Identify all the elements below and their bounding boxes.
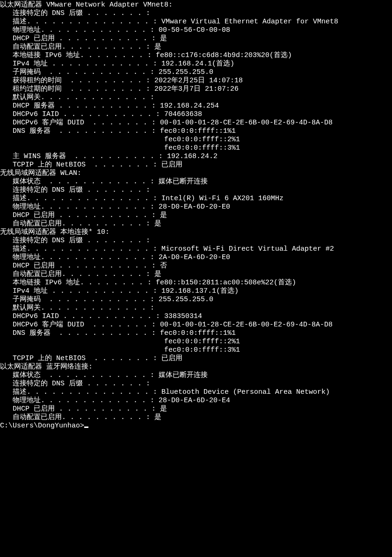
cursor-icon [84,427,88,428]
adapter-row: TCPIP 上的 NetBIOS . . . . . . . : 已启用 [0,354,392,363]
adapter-row: DHCPv6 IAID . . . . . . . . . . . : 7046… [0,110,392,119]
adapter-row: 自动配置已启用. . . . . . . . . . : 是 [0,220,392,228]
adapter-row: DHCP 已启用 . . . . . . . . . . . : 是 [0,35,392,43]
terminal-output[interactable]: 以太网适配器 VMware Network Adapter VMnet8: 连接… [0,0,392,430]
adapter-row: fec0:0:0:ffff::3%1 [0,346,392,354]
command-prompt[interactable]: C:\Users\DongYunhao> [0,422,392,430]
adapter-row: 连接特定的 DNS 后缀 . . . . . . . : [0,237,392,245]
adapter-header: 无线局域网适配器 WLAN: [0,169,392,178]
adapter-row: IPv4 地址 . . . . . . . . . . . . : 192.16… [0,287,392,296]
adapter-row: 子网掩码 . . . . . . . . . . . . : 255.255.2… [0,296,392,304]
adapter-row: DHCP 已启用 . . . . . . . . . . . : 否 [0,262,392,270]
adapter-row: 描述. . . . . . . . . . . . . . . : VMware… [0,18,392,26]
adapter-row: DHCP 服务器 . . . . . . . . . . . : 192.168… [0,102,392,110]
adapter-row: 自动配置已启用. . . . . . . . . . : 是 [0,270,392,279]
adapter-header: 无线局域网适配器 本地连接* 10: [0,228,392,237]
adapter-row: 物理地址. . . . . . . . . . . . . : 28-D0-EA… [0,203,392,211]
adapter-row: 连接特定的 DNS 后缀 . . . . . . . : [0,9,392,18]
adapter-row: 自动配置已启用. . . . . . . . . . : 是 [0,413,392,422]
adapter-row: DHCP 已启用 . . . . . . . . . . . : 是 [0,211,392,220]
adapter-row: 媒体状态 . . . . . . . . . . . . : 媒体已断开连接 [0,371,392,380]
adapter-row: fec0:0:0:ffff::3%1 [0,144,392,152]
adapter-row: 默认网关. . . . . . . . . . . . . : [0,94,392,102]
adapter-row: 物理地址. . . . . . . . . . . . . : 2A-D0-EA… [0,253,392,262]
adapter-row: DHCPv6 客户端 DUID . . . . . . . : 00-01-00… [0,119,392,127]
adapter-header: 以太网适配器 VMware Network Adapter VMnet8: [0,1,392,9]
adapter-row: DNS 服务器 . . . . . . . . . . . : fec0:0:0… [0,127,392,136]
adapter-row: DNS 服务器 . . . . . . . . . . . : fec0:0:0… [0,329,392,338]
adapter-row: 描述. . . . . . . . . . . . . . . : Blueto… [0,388,392,397]
adapter-row: 连接特定的 DNS 后缀 . . . . . . . : [0,186,392,195]
adapter-row: fec0:0:0:ffff::2%1 [0,136,392,144]
adapter-row: TCPIP 上的 NetBIOS . . . . . . . : 已启用 [0,161,392,169]
adapter-row: 获得租约的时间 . . . . . . . . . : 2022年2月25日 1… [0,77,392,85]
adapter-row: DHCP 已启用 . . . . . . . . . . . : 是 [0,405,392,413]
adapter-row: 主 WINS 服务器 . . . . . . . . . . : 192.168… [0,152,392,161]
adapter-row: fec0:0:0:ffff::2%1 [0,338,392,346]
adapter-row: IPv4 地址 . . . . . . . . . . . . : 192.16… [0,60,392,68]
adapter-row: 自动配置已启用. . . . . . . . . . : 是 [0,43,392,51]
adapter-row: 子网掩码 . . . . . . . . . . . . : 255.255.2… [0,68,392,77]
adapter-row: DHCPv6 IAID . . . . . . . . . . . : 3383… [0,312,392,321]
adapter-header: 以太网适配器 蓝牙网络连接: [0,363,392,371]
adapter-row: 描述. . . . . . . . . . . . . . . : Intel(… [0,195,392,203]
adapter-row: 本地链接 IPv6 地址. . . . . . . . : fe80::c176… [0,51,392,60]
adapter-row: 连接特定的 DNS 后缀 . . . . . . . : [0,380,392,388]
adapter-row: 物理地址. . . . . . . . . . . . . : 28-D0-EA… [0,397,392,405]
adapter-row: 本地链接 IPv6 地址. . . . . . . . : fe80::b150… [0,279,392,287]
prompt-text: C:\Users\DongYunhao> [0,422,84,430]
adapter-row: DHCPv6 客户端 DUID . . . . . . . : 00-01-00… [0,321,392,329]
adapter-row: 物理地址. . . . . . . . . . . . . : 00-50-56… [0,26,392,35]
adapter-row: 租约过期的时间 . . . . . . . . . : 2022年3月7日 21… [0,85,392,94]
adapter-row: 默认网关. . . . . . . . . . . . . : [0,304,392,312]
adapter-row: 媒体状态 . . . . . . . . . . . . : 媒体已断开连接 [0,178,392,186]
adapter-row: 描述. . . . . . . . . . . . . . . : Micros… [0,245,392,253]
